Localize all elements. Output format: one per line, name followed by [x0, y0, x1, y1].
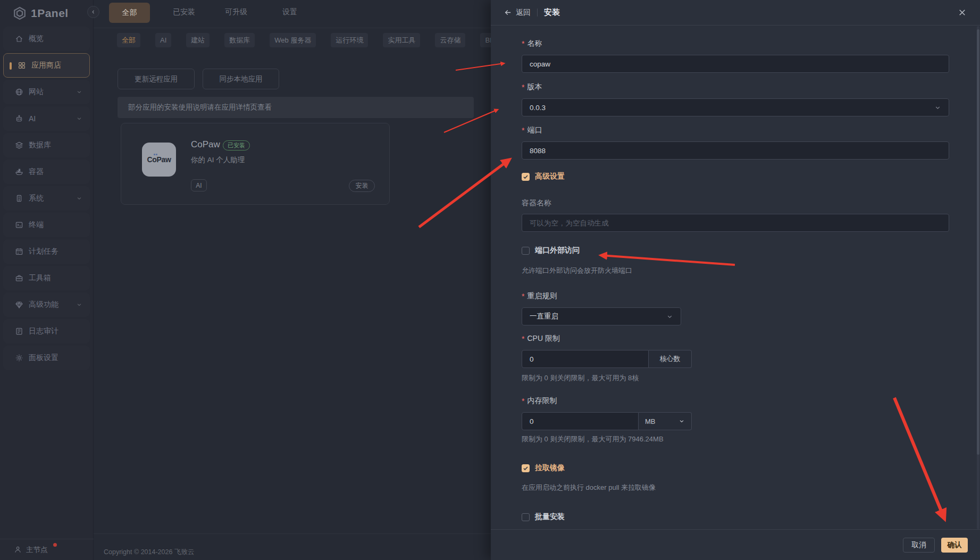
brand-name: 1Panel [31, 7, 69, 20]
external-port-label: 端口外部访问 [535, 246, 580, 255]
checkbox-checked[interactable] [522, 173, 530, 181]
layers-icon [15, 141, 23, 149]
current-node-selector[interactable]: 主节点 [0, 539, 94, 560]
checkbox-unchecked[interactable] [522, 513, 530, 521]
sidebar-item-website[interactable]: 网站 [3, 80, 90, 104]
update-remote-apps-button[interactable]: 更新远程应用 [118, 69, 195, 89]
scrollbar-thumb[interactable] [977, 29, 979, 455]
restart-policy-select[interactable]: 一直重启 [522, 307, 681, 325]
app-description: 你的 AI 个人助理 [191, 155, 245, 165]
sidebar-item-ai[interactable]: AI [3, 106, 90, 131]
container-icon [15, 168, 23, 176]
category-chip-database[interactable]: 数据库 [224, 33, 255, 47]
category-chip-runtime[interactable]: 运行环境 [331, 33, 368, 47]
sync-local-apps-button[interactable]: 同步本地应用 [203, 69, 279, 89]
required-asterisk: * [522, 397, 524, 405]
check-icon [523, 174, 529, 180]
toolbox-icon [15, 274, 23, 282]
memory-limit-input[interactable] [522, 412, 639, 430]
sidebar-item-cron[interactable]: 计划任务 [3, 239, 90, 264]
drawer-title: 安装 [544, 7, 560, 18]
chevron-down-icon [76, 89, 82, 95]
back-button[interactable]: 返回 [504, 8, 531, 18]
tab-all[interactable]: 全部 [109, 3, 150, 23]
sidebar-item-overview[interactable]: 概览 [3, 27, 90, 51]
check-icon [523, 465, 529, 471]
sidebar-item-label: 终端 [29, 220, 44, 230]
checkbox-unchecked[interactable] [522, 247, 530, 255]
sidebar: 1Panel 概览 应用商店 网站 AI 数据库 [0, 0, 94, 560]
field-label: 容器名称 [522, 198, 949, 207]
cpu-limit-input[interactable] [522, 350, 649, 368]
sidebar-item-toolbox[interactable]: 工具箱 [3, 266, 90, 290]
cpu-limit-group: 核心数 [522, 350, 692, 368]
checkbox-checked[interactable] [522, 464, 530, 472]
sidebar-item-database[interactable]: 数据库 [3, 133, 90, 157]
tab-settings[interactable]: 设置 [282, 7, 297, 17]
field-version: *版本 0.0.3 [522, 82, 949, 116]
confirm-button[interactable]: 确认 [941, 538, 968, 553]
sidebar-item-app-store[interactable]: 应用商店 [3, 53, 90, 78]
globe-icon [15, 88, 23, 96]
sidebar-item-terminal[interactable]: 终端 [3, 213, 90, 237]
category-chip-ai[interactable]: AI [155, 33, 171, 47]
cpu-limit-helper: 限制为 0 则关闭限制，最大可用为 8核 [522, 373, 949, 383]
name-input[interactable] [522, 55, 949, 73]
category-chip-all[interactable]: 全部 [117, 33, 140, 47]
field-memory-limit: *内存限制 MB 限制为 0 则关闭限制，最大可用为 7946.24MB [522, 396, 949, 444]
field-external-port: 端口外部访问 允许端口外部访问会放开防火墙端口 [522, 246, 949, 275]
sidebar-collapse-button[interactable] [87, 6, 99, 18]
app-card-copaw[interactable]: CoPaw CoPaw 已安装 你的 AI 个人助理 AI 安装 [121, 123, 390, 205]
chip-label: AI [160, 36, 166, 44]
tab-upgradable[interactable]: 可升级 [225, 7, 247, 17]
required-asterisk: * [522, 126, 524, 135]
chip-label: 建站 [191, 36, 205, 45]
sidebar-item-panel-settings[interactable]: 面板设置 [3, 346, 90, 370]
tab-installed[interactable]: 已安装 [173, 7, 195, 17]
chevron-down-icon [76, 302, 82, 308]
port-input[interactable] [522, 141, 949, 160]
category-chip-cloud-storage[interactable]: 云存储 [435, 33, 465, 47]
external-port-helper: 允许端口外部访问会放开防火墙端口 [522, 266, 949, 275]
app-name: CoPaw [191, 139, 220, 150]
sidebar-item-label: 应用商店 [31, 61, 61, 70]
required-asterisk: * [522, 292, 524, 300]
server-icon [15, 194, 23, 203]
sidebar-item-label: 数据库 [29, 140, 51, 150]
sidebar-item-system[interactable]: 系统 [3, 186, 90, 211]
memory-unit-select[interactable]: MB [639, 412, 692, 430]
robot-icon [15, 114, 23, 123]
required-asterisk: * [522, 335, 524, 343]
restart-policy-value: 一直重启 [530, 312, 558, 321]
sidebar-item-container[interactable]: 容器 [3, 160, 90, 184]
close-button[interactable] [958, 8, 967, 17]
field-port: *端口 [522, 126, 949, 160]
batch-install-checkbox-row[interactable]: 批量安装 [522, 512, 949, 522]
cpu-unit-suffix: 核心数 [649, 350, 692, 368]
external-port-checkbox-row[interactable]: 端口外部访问 [522, 246, 949, 255]
field-label: *版本 [522, 82, 949, 91]
memory-unit-value: MB [645, 417, 656, 425]
advanced-settings-checkbox-row[interactable]: 高级设置 [522, 172, 949, 181]
category-chip-website[interactable]: 建站 [186, 33, 210, 47]
advanced-settings-label: 高级设置 [535, 172, 565, 181]
container-name-input[interactable] [522, 214, 949, 232]
batch-install-label: 批量安装 [535, 512, 565, 522]
brand-logo: 1Panel [0, 0, 93, 24]
drawer-scrollbar[interactable] [977, 26, 979, 529]
sidebar-item-label: 工具箱 [29, 273, 51, 283]
version-select[interactable]: 0.0.3 [522, 98, 949, 116]
install-form: *名称 *版本 0.0.3 *端口 高级设置 [491, 26, 980, 529]
sidebar-item-advanced[interactable]: 高级功能 [3, 292, 90, 317]
category-chip-webserver[interactable]: Web 服务器 [270, 33, 316, 47]
sidebar-item-logs[interactable]: 日志审计 [3, 319, 90, 344]
pull-image-label: 拉取镜像 [535, 463, 565, 473]
field-cpu-limit: *CPU 限制 核心数 限制为 0 则关闭限制，最大可用为 8核 [522, 334, 949, 383]
install-button[interactable]: 安装 [349, 180, 375, 192]
category-chip-tools[interactable]: 实用工具 [383, 33, 420, 47]
chevron-left-icon [90, 9, 96, 15]
cancel-button[interactable]: 取消 [903, 538, 935, 553]
pull-image-checkbox-row[interactable]: 拉取镜像 [522, 463, 949, 473]
chip-label: 云存储 [440, 36, 460, 45]
gear-icon [15, 354, 23, 362]
